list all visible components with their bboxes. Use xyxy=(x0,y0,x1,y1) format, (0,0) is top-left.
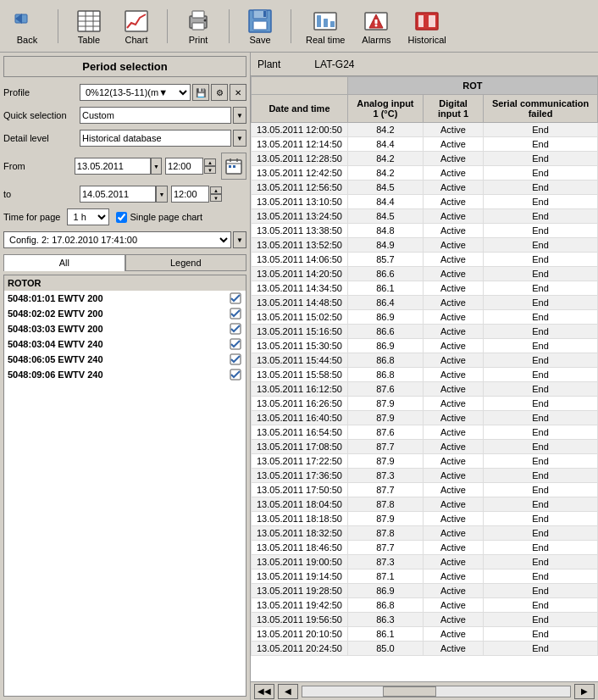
time-for-page-combo[interactable]: 1 h xyxy=(67,208,109,225)
list-item[interactable]: 5048:01:01 EWTV 200 xyxy=(4,291,246,306)
calendar-icon[interactable] xyxy=(221,153,246,180)
table-row: 13.05.2011 12:00:5084.2ActiveEnd xyxy=(252,123,598,137)
cell-datetime: 13.05.2011 16:12:50 xyxy=(252,382,348,397)
realtime-button[interactable]: Real time xyxy=(302,5,349,47)
cell-serial: End xyxy=(484,368,598,382)
quick-selection-combo[interactable]: Custom xyxy=(80,107,231,124)
cell-digital1: Active xyxy=(423,267,483,281)
svg-rect-15 xyxy=(253,21,267,30)
cell-analog1: 86.9 xyxy=(347,584,423,598)
from-time-down[interactable]: ▼ xyxy=(204,166,216,174)
cell-digital1: Active xyxy=(423,425,483,440)
column-header-digital1: Digital input 1 xyxy=(423,95,483,123)
from-time-input[interactable] xyxy=(165,158,203,175)
quick-selection-row: Quick selection Custom ▼ xyxy=(3,107,246,124)
table-row: 13.05.2011 16:26:5087.9ActiveEnd xyxy=(252,397,598,411)
quick-selection-arrow[interactable]: ▼ xyxy=(233,107,246,124)
tab-all[interactable]: All xyxy=(3,254,125,271)
list-item[interactable]: 5048:06:05 EWTV 240 xyxy=(4,352,246,367)
cell-serial: End xyxy=(484,497,598,512)
from-date-arrow[interactable]: ▼ xyxy=(151,158,162,175)
to-time-input[interactable] xyxy=(171,186,209,203)
cell-datetime: 13.05.2011 13:10:50 xyxy=(252,195,348,209)
cell-serial: End xyxy=(484,411,598,425)
table-row: 13.05.2011 18:46:5087.7ActiveEnd xyxy=(252,541,598,555)
tabs-row: All Legend xyxy=(3,254,246,271)
cell-datetime: 13.05.2011 18:32:50 xyxy=(252,526,348,541)
back-button[interactable]: Back xyxy=(7,5,47,47)
cell-digital1: Active xyxy=(423,584,483,598)
table-row: 13.05.2011 17:08:5087.7ActiveEnd xyxy=(252,440,598,454)
cell-analog1: 87.9 xyxy=(347,512,423,526)
alarms-button[interactable]: Alarms xyxy=(356,5,396,47)
from-date-input[interactable] xyxy=(75,158,151,175)
list-item[interactable]: 5048:03:04 EWTV 240 xyxy=(4,336,246,352)
print-button[interactable]: Print xyxy=(178,5,219,47)
to-date-input[interactable] xyxy=(80,186,156,203)
first-page-button[interactable]: ◀◀ xyxy=(254,684,274,699)
cell-serial: End xyxy=(484,454,598,469)
to-time-down[interactable]: ▼ xyxy=(210,194,222,202)
cell-digital1: Active xyxy=(423,224,483,238)
list-item-checkbox[interactable] xyxy=(229,292,242,305)
profile-close-icon[interactable]: ✕ xyxy=(230,84,246,101)
chart-button[interactable]: Chart xyxy=(116,5,157,47)
cell-analog1: 86.9 xyxy=(347,339,423,353)
list-item-checkbox[interactable] xyxy=(229,307,242,320)
svg-rect-34 xyxy=(233,165,235,168)
scrollbar[interactable] xyxy=(302,686,571,697)
main-layout: Period selection Profile 0%12(13-5-11)(m… xyxy=(0,53,598,700)
list-item-checkbox[interactable] xyxy=(229,368,242,381)
cell-datetime: 13.05.2011 19:42:50 xyxy=(252,598,348,613)
detail-level-combo[interactable]: Historical database xyxy=(80,130,231,147)
table-button[interactable]: Table xyxy=(69,5,109,47)
table-row: 13.05.2011 14:48:5086.4ActiveEnd xyxy=(252,296,598,310)
svg-rect-19 xyxy=(324,19,328,27)
table-row: 13.05.2011 14:34:5086.1ActiveEnd xyxy=(252,281,598,296)
historical-button[interactable]: Historical xyxy=(403,5,450,47)
cell-digital1: Active xyxy=(423,296,483,310)
list-item[interactable]: 5048:03:03 EWTV 200 xyxy=(4,321,246,336)
next-page-button[interactable]: ▶ xyxy=(574,684,595,699)
cell-analog1: 87.7 xyxy=(347,541,423,555)
svg-rect-33 xyxy=(229,165,231,168)
list-item-checkbox[interactable] xyxy=(229,322,242,336)
toolbar: Back Table Chart xyxy=(0,0,598,53)
to-time-up[interactable]: ▲ xyxy=(210,186,222,194)
svg-rect-8 xyxy=(125,11,147,31)
prev-page-button[interactable]: ◀ xyxy=(278,684,298,699)
from-time-up[interactable]: ▲ xyxy=(204,158,216,166)
list-item[interactable]: 5048:09:06 EWTV 240 xyxy=(4,367,246,382)
separator-3 xyxy=(229,9,230,43)
cell-analog1: 86.1 xyxy=(347,627,423,642)
scrollbar-thumb xyxy=(383,686,436,697)
cell-digital1: Active xyxy=(423,555,483,569)
to-date-arrow[interactable]: ▼ xyxy=(156,186,168,203)
cell-analog1: 86.1 xyxy=(347,281,423,296)
profile-combo-wrapper: 0%12(13-5-11)(m▼ 💾 ⚙ ✕ xyxy=(80,84,246,101)
cell-digital1: Active xyxy=(423,339,483,353)
cell-datetime: 13.05.2011 15:44:50 xyxy=(252,353,348,368)
list-item-checkbox[interactable] xyxy=(229,353,242,366)
profile-combo[interactable]: 0%12(13-5-11)(m▼ xyxy=(80,84,191,101)
bottom-nav: ◀◀ ◀ ▶ xyxy=(251,681,598,700)
profile-save-icon[interactable]: 💾 xyxy=(192,84,209,101)
cell-digital1: Active xyxy=(423,325,483,339)
tab-legend[interactable]: Legend xyxy=(125,254,247,271)
cell-analog1: 86.3 xyxy=(347,613,423,627)
detail-level-arrow[interactable]: ▼ xyxy=(233,130,246,147)
save-button[interactable]: Save xyxy=(240,5,280,47)
cell-datetime: 13.05.2011 20:10:50 xyxy=(252,627,348,642)
separator-1 xyxy=(58,9,58,43)
list-item-checkbox[interactable] xyxy=(229,337,242,351)
profile-settings-icon[interactable]: ⚙ xyxy=(211,84,228,101)
config-arrow[interactable]: ▼ xyxy=(233,231,246,248)
list-item[interactable]: ROTOR xyxy=(4,275,246,291)
plant-value: LAT-G24 xyxy=(314,58,354,70)
cell-serial: End xyxy=(484,209,598,224)
single-page-chart-checkbox[interactable] xyxy=(116,212,127,223)
cell-analog1: 86.6 xyxy=(347,325,423,339)
list-item[interactable]: 5048:02:02 EWTV 200 xyxy=(4,306,246,321)
cell-digital1: Active xyxy=(423,613,483,627)
config-combo[interactable]: Config. 2: 17.02.2010 17:41:00 xyxy=(3,231,231,248)
